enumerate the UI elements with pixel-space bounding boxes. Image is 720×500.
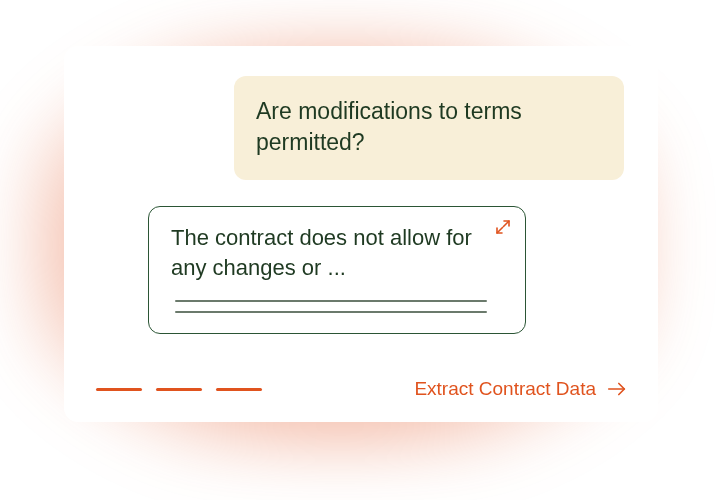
card-footer: Extract Contract Data [96, 378, 628, 400]
arrow-right-icon [606, 378, 628, 400]
progress-dash [156, 388, 202, 391]
response-preview-text: The contract does not allow for any chan… [171, 223, 507, 282]
chat-card: Are modifications to terms permitted? Th… [64, 46, 658, 422]
cta-label: Extract Contract Data [414, 378, 596, 400]
expand-icon[interactable] [495, 219, 511, 235]
user-message-text: Are modifications to terms permitted? [256, 96, 602, 158]
placeholder-line [175, 300, 487, 302]
response-placeholder-lines [171, 300, 507, 313]
progress-dash [216, 388, 262, 391]
placeholder-line [175, 311, 487, 313]
extract-contract-data-button[interactable]: Extract Contract Data [414, 378, 628, 400]
response-card[interactable]: The contract does not allow for any chan… [148, 206, 526, 334]
progress-dashes [96, 388, 262, 391]
user-message-bubble: Are modifications to terms permitted? [234, 76, 624, 180]
progress-dash [96, 388, 142, 391]
